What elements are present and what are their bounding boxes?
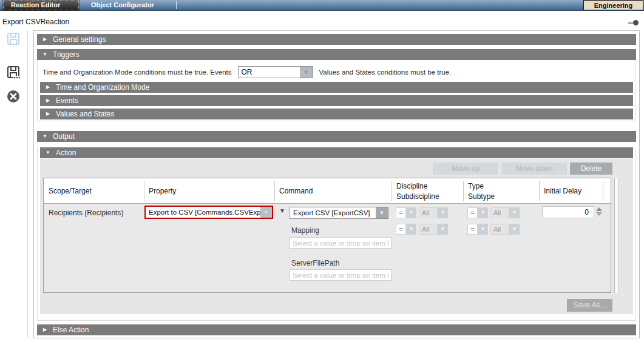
section-label: Action: [56, 149, 76, 157]
dropdown-arrow-icon: ▼: [260, 207, 272, 218]
condition-text-right: Values and States conditions must be tru…: [319, 69, 452, 76]
collapse-arrow-icon: ▶: [37, 34, 53, 45]
section-label: General settings: [53, 35, 106, 44]
collapse-arrow-icon: ▶: [40, 109, 56, 119]
column-separator: [144, 181, 144, 201]
table-header: Scope/Target Property Command Discipline…: [44, 178, 611, 204]
cancel-button[interactable]: [6, 90, 21, 104]
dropdown-arrow-icon: ▼: [376, 207, 388, 218]
sidebar-divider: [27, 30, 28, 338]
section-header-values-states[interactable]: ▶ Values and States: [40, 109, 633, 119]
discipline-operator-select[interactable]: = ▼: [396, 207, 416, 218]
type-operator-select[interactable]: = ▼: [467, 207, 488, 218]
column-header-scope-target: Scope/Target: [49, 178, 92, 204]
dropdown-arrow-icon: ▼: [300, 67, 313, 78]
section-header-else-action[interactable]: ▶ Else Action: [37, 324, 636, 335]
mapping-input[interactable]: [290, 237, 391, 249]
initial-delay-spinner[interactable]: [596, 207, 602, 216]
dropdown-arrow-icon: ▼: [406, 224, 416, 235]
column-header-initial-delay: Initial Delay: [544, 178, 581, 204]
type-value-select[interactable]: All ▼: [490, 207, 520, 218]
scope-target-cell: Recipients (Recipients): [49, 209, 123, 217]
main-panel: ▶ General settings ▼ Triggers Time and O…: [33, 30, 640, 338]
column-header-subtype: Subtype: [468, 192, 495, 202]
type-operator-select-mapping[interactable]: = ▼: [467, 224, 488, 235]
triggers-content: Time and Organization Mode conditions mu…: [37, 60, 636, 121]
section-header-action[interactable]: ▼ Action: [40, 147, 633, 158]
section-label: Else Action: [53, 326, 89, 334]
save-button[interactable]: [6, 32, 21, 47]
table-body: Recipients (Recipients) Export to CSV [C…: [44, 204, 611, 292]
column-header-discipline: Discipline: [396, 181, 427, 192]
section-header-events[interactable]: ▶ Events: [40, 95, 633, 106]
output-content: ▼ Action Move up Move down Delete Scope/…: [37, 147, 636, 321]
vertical-scrollbar[interactable]: [614, 178, 619, 293]
action-button-row: Move up Move down Delete: [433, 163, 612, 175]
condition-text-left: Time and Organization Mode conditions mu…: [42, 69, 232, 76]
type-value-select-mapping[interactable]: All ▼: [490, 224, 520, 235]
discipline-value-select-mapping[interactable]: All ▼: [419, 224, 448, 235]
command-expander-icon[interactable]: ▼: [279, 207, 285, 214]
discipline-operator-select-mapping[interactable]: = ▼: [396, 224, 416, 235]
dropdown-arrow-icon: ▼: [406, 207, 416, 218]
trigger-condition-row: Time and Organization Mode conditions mu…: [38, 60, 636, 78]
dropdown-arrow-icon: ▼: [478, 207, 488, 218]
save-icon: [7, 32, 20, 45]
action-table: Scope/Target Property Command Discipline…: [43, 178, 611, 293]
engineering-mode-button[interactable]: Engineering: [583, 0, 643, 10]
section-header-triggers[interactable]: ▼ Triggers: [37, 49, 636, 60]
column-separator: [274, 181, 275, 201]
page-title: Export CSVReaction: [2, 18, 69, 26]
tab-object-configurator[interactable]: Object Configurator: [91, 0, 154, 11]
column-header-property: Property: [149, 178, 176, 204]
column-header-type: Type: [468, 181, 484, 192]
column-header-command: Command: [279, 178, 313, 204]
save-as-icon: [7, 65, 20, 79]
events-operator-select[interactable]: OR ▼: [238, 66, 313, 78]
property-value: Export to CSV [Commands.CSVExport.: [146, 207, 260, 218]
discipline-value-select[interactable]: All ▼: [419, 207, 448, 218]
tab-separator: [176, 1, 177, 9]
spinner-down-icon[interactable]: [596, 212, 602, 216]
events-operator-value: OR: [239, 67, 300, 78]
property-select[interactable]: Export to CSV [Commands.CSVExport. ▼: [144, 206, 273, 219]
section-label: Triggers: [53, 50, 80, 59]
section-label: Output: [53, 132, 75, 141]
column-separator: [463, 181, 464, 201]
param-label-serverfilepath: ServerFilePath: [291, 259, 339, 267]
save-as-button[interactable]: [6, 65, 21, 80]
param-label-mapping: Mapping: [291, 226, 319, 235]
section-header-time-organization-mode[interactable]: ▶ Time and Organization Mode: [40, 82, 633, 93]
dropdown-arrow-icon: ▼: [438, 224, 448, 235]
section-label: Events: [56, 96, 78, 105]
section-header-output[interactable]: ▼ Output: [37, 131, 636, 142]
dropdown-arrow-icon: ▼: [438, 207, 448, 218]
column-separator: [391, 181, 392, 201]
column-header-subdiscipline: Subdiscipline: [396, 192, 439, 202]
delete-button[interactable]: Delete: [570, 163, 612, 175]
section-label: Values and States: [56, 110, 115, 118]
spinner-up-icon[interactable]: [596, 207, 602, 211]
dropdown-arrow-icon: ▼: [478, 224, 488, 235]
collapse-arrow-icon: ▶: [40, 95, 56, 106]
section-header-general-settings[interactable]: ▶ General settings: [37, 34, 636, 45]
command-value: Export CSV [ExportCSV]: [290, 207, 376, 218]
collapse-arrow-icon: ▼: [40, 147, 56, 158]
serverfilepath-input[interactable]: [290, 269, 391, 281]
top-tab-bar: Reaction Editor Object Configurator Engi…: [0, 0, 644, 11]
section-label: Time and Organization Mode: [56, 83, 149, 92]
dropdown-arrow-icon: ▼: [509, 224, 520, 235]
collapse-arrow-icon: ▼: [37, 131, 53, 142]
column-separator: [603, 181, 603, 201]
pin-icon[interactable]: [628, 20, 639, 26]
collapse-arrow-icon: ▼: [37, 49, 53, 60]
command-select[interactable]: Export CSV [ExportCSV] ▼: [290, 207, 388, 219]
collapse-arrow-icon: ▶: [37, 324, 53, 335]
cancel-icon: [7, 90, 20, 103]
move-up-button[interactable]: Move up: [433, 163, 498, 175]
action-content: Move up Move down Delete Scope/Target Pr…: [40, 159, 633, 314]
initial-delay-input[interactable]: [542, 206, 594, 218]
save-as-action-button[interactable]: Save As...: [567, 299, 612, 312]
tab-reaction-editor[interactable]: Reaction Editor: [2, 0, 80, 11]
move-down-button[interactable]: Move down: [501, 163, 567, 175]
